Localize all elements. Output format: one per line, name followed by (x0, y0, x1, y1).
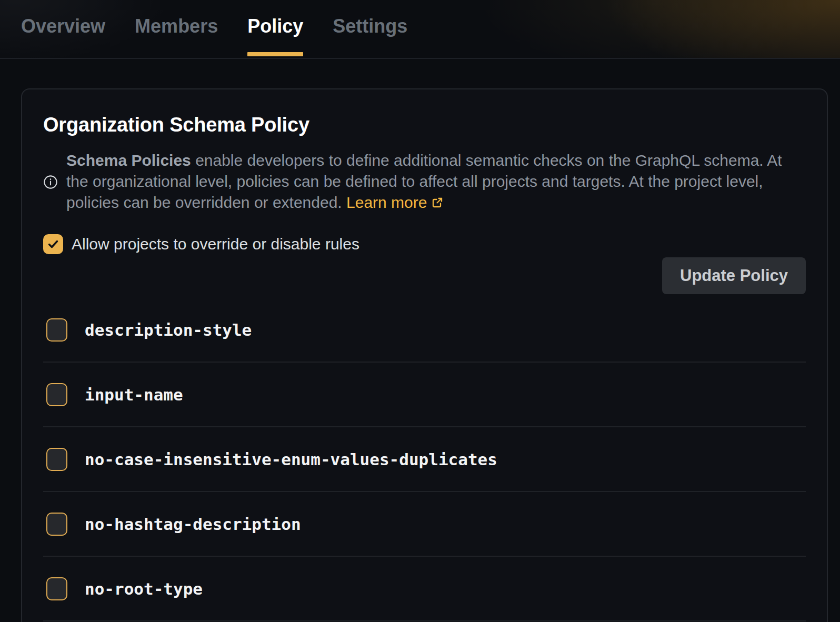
rules-list: description-styleinput-nameno-case-insen… (43, 298, 806, 621)
rule-checkbox[interactable] (46, 577, 67, 600)
policy-info-callout: Schema Policies enable developers to def… (43, 150, 806, 214)
tab-overview[interactable]: Overview (21, 0, 105, 58)
tab-members[interactable]: Members (135, 0, 218, 58)
checkmark-icon (47, 238, 59, 250)
update-policy-button[interactable]: Update Policy (662, 257, 806, 294)
rule-row: no-root-type (43, 557, 806, 621)
rule-checkbox[interactable] (46, 318, 67, 342)
tab-label: Policy (247, 15, 303, 37)
rule-label: no-root-type (85, 579, 203, 598)
learn-more-link[interactable]: Learn more (346, 194, 427, 211)
allow-override-row: Allow projects to override or disable ru… (43, 234, 806, 254)
allow-override-checkbox[interactable] (43, 234, 63, 254)
rule-label: no-hashtag-description (85, 515, 301, 534)
policy-description: Schema Policies enable developers to def… (66, 150, 788, 214)
tab-settings[interactable]: Settings (333, 0, 407, 58)
rule-label: no-case-insensitive-enum-values-duplicat… (85, 450, 497, 469)
tabs-bar: OverviewMembersPolicySettings (0, 0, 840, 59)
rule-checkbox[interactable] (46, 448, 67, 471)
policy-description-lead: Schema Policies (66, 152, 191, 169)
rule-row: no-hashtag-description (43, 492, 806, 557)
tab-label: Overview (21, 15, 105, 37)
rule-row: input-name (43, 363, 806, 427)
rule-checkbox[interactable] (46, 383, 67, 406)
schema-policy-card: Organization Schema Policy Schema Polici… (21, 88, 828, 622)
tab-policy[interactable]: Policy (247, 0, 303, 58)
rule-row: description-style (43, 298, 806, 363)
main-content: Organization Schema Policy Schema Polici… (21, 88, 828, 622)
allow-override-label: Allow projects to override or disable ru… (72, 235, 359, 253)
actions-row: Update Policy (43, 257, 806, 294)
rule-label: input-name (85, 385, 183, 404)
info-icon (43, 175, 58, 189)
tab-label: Members (135, 15, 218, 37)
rule-checkbox[interactable] (46, 513, 67, 536)
rule-row: no-case-insensitive-enum-values-duplicat… (43, 427, 806, 492)
tab-label: Settings (333, 15, 407, 37)
active-tab-underline (247, 52, 303, 56)
external-link-icon[interactable] (431, 193, 444, 214)
rule-label: description-style (85, 320, 252, 339)
page-title: Organization Schema Policy (43, 89, 806, 136)
